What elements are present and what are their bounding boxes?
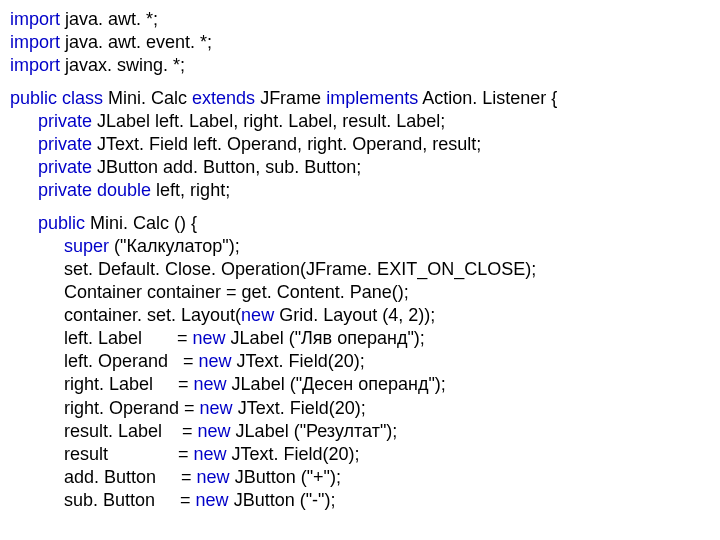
keyword: new [196,490,229,510]
code-line: set. Default. Close. Operation(JFrame. E… [10,258,710,281]
code-line: right. Operand = new JText. Field(20); [10,397,710,420]
ctor-block: public Mini. Calc () { super ("Калкулато… [10,212,710,511]
keyword: extends [192,88,255,108]
code-line: right. Label = new JLabel ("Десен операн… [10,373,710,396]
code-text: JLabel ("Ляв операнд"); [226,328,425,348]
code-text: JLabel ("Резултат"); [231,421,398,441]
code-text: Action. Listener { [418,88,557,108]
imports-block: import java. awt. *; import java. awt. e… [10,8,710,77]
code-line: public Mini. Calc () { [10,212,710,235]
code-text: JText. Field(20); [227,444,360,464]
keyword: new [194,374,227,394]
code-line: private JText. Field left. Operand, righ… [10,133,710,156]
code-line: private JLabel left. Label, right. Label… [10,110,710,133]
code-text: JText. Field left. Operand, right. Opera… [92,134,481,154]
keyword: implements [326,88,418,108]
code-text: JFrame [255,88,326,108]
code-line: import javax. swing. *; [10,54,710,77]
keyword: private [38,111,92,131]
code-text: java. awt. event. *; [60,32,212,52]
code-text: sub. Button = [64,490,196,510]
code-line: result. Label = new JLabel ("Резултат"); [10,420,710,443]
code-line: super ("Калкулатор"); [10,235,710,258]
code-text: JLabel left. Label, right. Label, result… [92,111,445,131]
code-text: add. Button = [64,467,197,487]
class-decl-block: public class Mini. Calc extends JFrame i… [10,87,710,202]
keyword: class [62,88,103,108]
code-text: left. Operand = [64,351,199,371]
keyword: super [64,236,109,256]
code-text: JLabel ("Десен операнд"); [227,374,446,394]
code-line: Container container = get. Content. Pane… [10,281,710,304]
keyword: public [10,88,57,108]
keyword: new [194,444,227,464]
code-text: javax. swing. *; [60,55,185,75]
code-text: JButton ("-"); [229,490,336,510]
keyword: public [38,213,85,233]
code-text: Grid. Layout (4, 2)); [274,305,435,325]
code-line: import java. awt. *; [10,8,710,31]
code-line: private double left, right; [10,179,710,202]
keyword: new [193,328,226,348]
keyword: private [38,157,92,177]
code-text: right. Label = [64,374,194,394]
code-text: right. Operand = [64,398,200,418]
code-line: import java. awt. event. *; [10,31,710,54]
code-text: result. Label = [64,421,198,441]
code-text: JText. Field(20); [233,398,366,418]
keyword: private [38,180,92,200]
code-text: container. set. Layout( [64,305,241,325]
code-text: JButton add. Button, sub. Button; [92,157,361,177]
code-text: result = [64,444,194,464]
code-text: Mini. Calc [103,88,192,108]
code-line: left. Label = new JLabel ("Ляв операнд")… [10,327,710,350]
code-line: sub. Button = new JButton ("-"); [10,489,710,512]
code-line: add. Button = new JButton ("+"); [10,466,710,489]
keyword: private [38,134,92,154]
keyword: import [10,32,60,52]
keyword: new [241,305,274,325]
code-text: Container container = get. Content. Pane… [64,282,409,302]
code-line: left. Operand = new JText. Field(20); [10,350,710,373]
keyword: new [200,398,233,418]
code-line: public class Mini. Calc extends JFrame i… [10,87,710,110]
keyword: double [97,180,151,200]
code-text: left, right; [151,180,230,200]
code-text: set. Default. Close. Operation(JFrame. E… [64,259,536,279]
code-text: ("Калкулатор"); [109,236,240,256]
code-line: private JButton add. Button, sub. Button… [10,156,710,179]
keyword: import [10,9,60,29]
code-text: java. awt. *; [60,9,158,29]
code-text: Mini. Calc () { [85,213,197,233]
code-line: result = new JText. Field(20); [10,443,710,466]
code-text: left. Label = [64,328,193,348]
code-text: JText. Field(20); [232,351,365,371]
keyword: new [199,351,232,371]
code-text: JButton ("+"); [230,467,341,487]
keyword: new [198,421,231,441]
keyword: import [10,55,60,75]
keyword: new [197,467,230,487]
code-line: container. set. Layout(new Grid. Layout … [10,304,710,327]
